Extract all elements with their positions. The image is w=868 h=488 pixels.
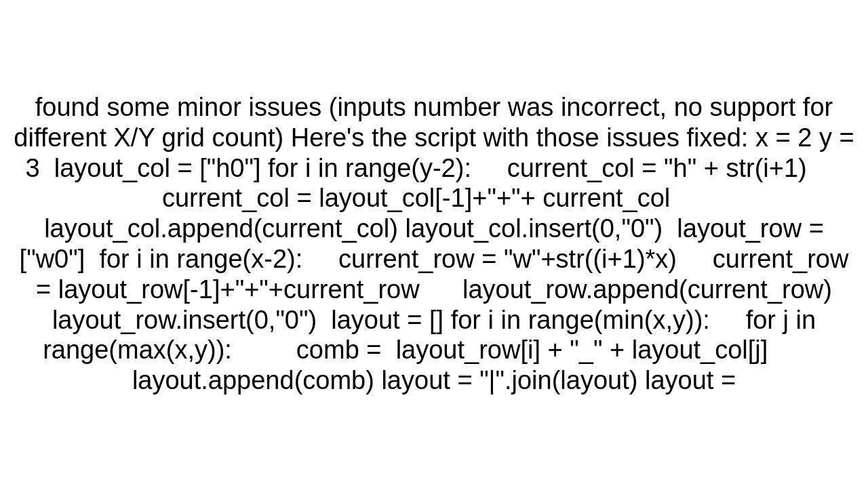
main-content: found some minor issues (inputs number w… <box>0 0 868 488</box>
code-block: found some minor issues (inputs number w… <box>14 92 854 396</box>
